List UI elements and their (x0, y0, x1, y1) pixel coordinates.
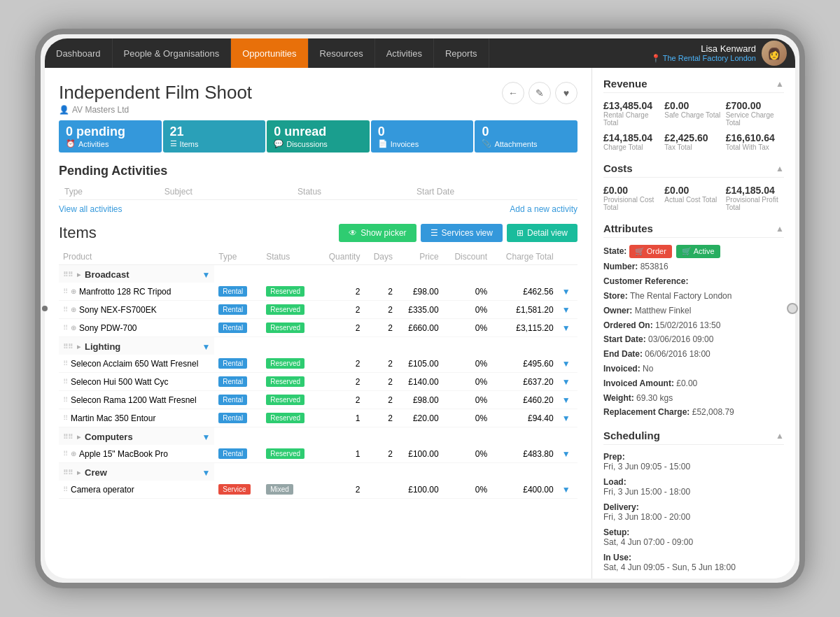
nav-activities[interactable]: Activities (375, 38, 434, 68)
col-subject: Subject (159, 184, 292, 200)
activities-icon: ⏰ (66, 139, 76, 148)
th-status: Status (262, 249, 317, 265)
row-chevron[interactable]: ▼ (562, 413, 570, 423)
scheduling-setup: Setup: Sat, 4 Jun 07:00 - 09:00 (603, 527, 784, 547)
cost-cell: £0.00 Provisional Cost Total (603, 185, 662, 211)
page-title: Independent Film Shoot (59, 82, 252, 104)
page-subtitle: 👤 AV Masters Ltd (59, 105, 252, 115)
back-button[interactable]: ← (502, 82, 524, 104)
page-header: Independent Film Shoot 👤 AV Masters Ltd … (59, 82, 578, 115)
col-type: Type (59, 184, 159, 200)
nav-people[interactable]: People & Organisations (113, 38, 232, 68)
ordered-on-row: Ordered On: 15/02/2016 13:50 (603, 320, 784, 332)
revenue-grid: £13,485.04 Rental Charge Total £0.00 Saf… (603, 100, 784, 151)
org-icon: 👤 (59, 105, 69, 115)
attachments-icon: 📎 (482, 139, 491, 148)
start-date-row: Start Date: 03/06/2016 09:00 (603, 334, 784, 346)
row-chevron[interactable]: ▼ (562, 449, 570, 459)
row-chevron[interactable]: ▼ (562, 359, 570, 369)
nav-opportunities[interactable]: Opportunities (231, 38, 308, 68)
invoiced-amount-row: Invoiced Amount: £0.00 (603, 378, 784, 390)
category-lighting: ⠿⠿ ▸ Lighting ▼ (59, 337, 578, 355)
costs-title: Costs ▲ (603, 162, 784, 178)
cost-cell: £14,185.04 Provisional Profit Total (726, 185, 784, 211)
costs-grid: £0.00 Provisional Cost Total £0.00 Actua… (603, 185, 784, 211)
nav-reports[interactable]: Reports (434, 38, 489, 68)
weight-row: Weight: 69.30 kgs (603, 392, 784, 404)
drag-handle[interactable]: ⠿⠿ (63, 271, 73, 278)
state-row: State: 🛒 Order 🛒 Active (603, 245, 784, 258)
attributes-section: Attributes ▲ State: 🛒 Order 🛒 Active Num… (603, 222, 784, 418)
table-row: ⠿ Selecon Rama 1200 Watt Fresnel Rental … (59, 391, 578, 409)
stat-discussions[interactable]: 0 unread 💬 Discussions (267, 120, 370, 153)
row-chevron[interactable]: ▼ (562, 485, 570, 495)
broadcast-chevron[interactable]: ▼ (202, 270, 210, 280)
services-view-button[interactable]: ☰ Services view (421, 224, 503, 242)
scheduling-prep: Prep: Fri, 3 Jun 09:05 - 15:00 (603, 452, 784, 471)
state-order-badge: 🛒 Order (629, 245, 672, 258)
view-all-activities-link[interactable]: View all activities (59, 204, 122, 214)
row-chevron[interactable]: ▼ (562, 323, 570, 333)
row-chevron[interactable]: ▼ (562, 305, 570, 315)
stat-invoices[interactable]: 0 📄 Invoices (371, 120, 474, 153)
col-startdate: Start Date (411, 184, 578, 200)
store-row: Store: The Rental Factory London (603, 290, 784, 302)
replacement-charge-row: Replacement Charge: £52,008.79 (603, 406, 784, 418)
th-discount: Discount (443, 249, 491, 265)
nav-dashboard[interactable]: Dashboard (45, 38, 113, 68)
revenue-section: Revenue ▲ £13,485.04 Rental Charge Total… (603, 78, 784, 151)
services-icon: ☰ (430, 228, 438, 238)
lighting-chevron[interactable]: ▼ (202, 342, 210, 352)
show-picker-button[interactable]: 👁 Show picker (339, 224, 416, 242)
table-row: ⠿ Selecon Hui 500 Watt Cyc Rental Reserv… (59, 373, 578, 391)
navbar: Dashboard People & Organisations Opportu… (45, 38, 795, 68)
left-panel: Independent Film Shoot 👤 AV Masters Ltd … (45, 68, 592, 579)
table-row: ⠿ ⊕ Sony NEX-FS700EK Rental Reserved 2 2… (59, 301, 578, 319)
table-row: ⠿ Camera operator Service Mixed 2 £100.0… (59, 481, 578, 499)
location-icon: 📍 (651, 54, 661, 62)
edit-button[interactable]: ✎ (528, 82, 551, 104)
add-activity-link[interactable]: Add a new activity (510, 204, 578, 214)
computers-chevron[interactable]: ▼ (202, 432, 210, 442)
row-chevron[interactable]: ▼ (562, 377, 570, 387)
revenue-collapse[interactable]: ▲ (776, 79, 784, 89)
th-price: Price (397, 249, 443, 265)
th-product: Product (59, 249, 214, 265)
revenue-cell: £13,485.04 Rental Charge Total (603, 100, 662, 127)
row-chevron[interactable]: ▼ (562, 395, 570, 405)
nav-resources[interactable]: Resources (309, 38, 375, 68)
activities-table: Type Subject Status Start Date (59, 184, 578, 200)
table-row: ⠿ ⊕ Sony PDW-700 Rental Reserved 2 2 £66… (59, 319, 578, 337)
revenue-cell: £16,610.64 Total With Tax (726, 132, 784, 151)
detail-view-button[interactable]: ⊞ Detail view (507, 224, 578, 242)
revenue-cell: £700.00 Service Charge Total (726, 100, 784, 127)
col-status: Status (292, 184, 411, 200)
cost-cell: £0.00 Actual Cost Total (664, 185, 722, 211)
costs-collapse[interactable]: ▲ (776, 164, 784, 173)
th-days: Days (364, 249, 397, 265)
crew-chevron[interactable]: ▼ (202, 468, 210, 478)
favorite-button[interactable]: ♥ (555, 82, 578, 104)
category-crew: ⠿⠿ ▸ Crew ▼ (59, 463, 578, 481)
th-qty: Quantity (317, 249, 364, 265)
scheduling-collapse[interactable]: ▲ (776, 431, 784, 441)
customer-ref-row: Customer Reference: (603, 276, 784, 288)
stat-activities[interactable]: 0 pending ⏰ Activities (59, 120, 162, 153)
stat-items[interactable]: 21 ☰ Items (163, 120, 266, 153)
nav-user: Lisa Kenward 📍 The Rental Factory London… (643, 38, 795, 68)
items-actions: 👁 Show picker ☰ Services view ⊞ Detail v… (339, 224, 578, 242)
scheduling-section: Scheduling ▲ Prep: Fri, 3 Jun 09:05 - 15… (603, 430, 784, 572)
attributes-collapse[interactable]: ▲ (776, 224, 784, 234)
revenue-title: Revenue ▲ (603, 78, 784, 93)
items-header: Items 👁 Show picker ☰ Services view ⊞ D (59, 224, 578, 242)
invoices-icon: 📄 (378, 139, 388, 148)
scheduling-title: Scheduling ▲ (603, 430, 784, 445)
table-row: ⠿ Martin Mac 350 Entour Rental Reserved … (59, 409, 578, 427)
row-chevron[interactable]: ▼ (562, 287, 570, 297)
pending-activities-title: Pending Activities (59, 164, 578, 178)
collapse-icon[interactable]: ▸ (77, 271, 80, 278)
table-row: ⠿ ⊕ Manfrotto 128 RC Tripod Rental Reser… (59, 283, 578, 301)
stat-attachments[interactable]: 0 📎 Attachments (475, 120, 578, 153)
scheduling-in-use: In Use: Sat, 4 Jun 09:05 - Sun, 5 Jun 18… (603, 553, 784, 572)
th-total: Charge Total (491, 249, 558, 265)
